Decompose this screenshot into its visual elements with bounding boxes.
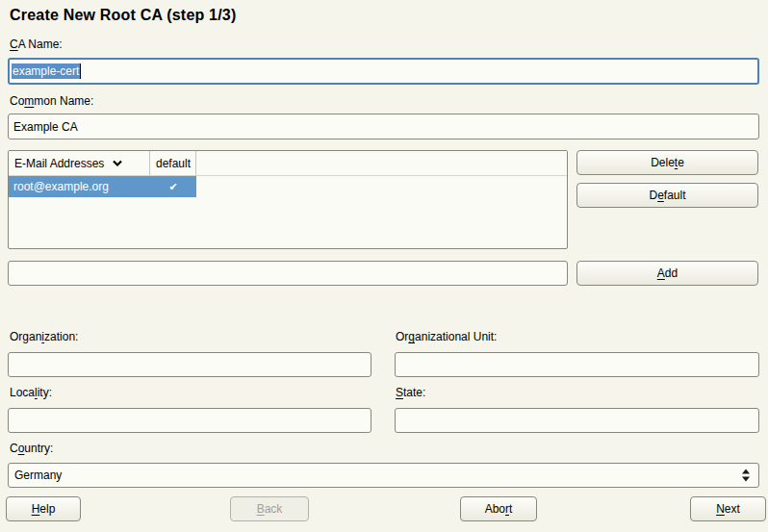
default-button[interactable]: Default xyxy=(576,183,758,208)
chevron-down-icon xyxy=(112,160,123,167)
default-column-header[interactable]: default xyxy=(150,151,196,175)
help-button[interactable]: Help xyxy=(6,496,81,521)
page-title: Create New Root CA (step 1/3) xyxy=(10,7,236,24)
back-button: Back xyxy=(230,496,309,521)
abort-button[interactable]: Abort xyxy=(460,496,537,521)
country-label: Country: xyxy=(10,442,53,455)
table-row-selected[interactable]: root@example.org ✔ xyxy=(9,176,196,197)
state-input[interactable] xyxy=(395,408,759,433)
next-button[interactable]: Next xyxy=(690,496,766,521)
common-name-input[interactable] xyxy=(8,114,759,139)
common-name-label: Common Name: xyxy=(10,94,93,108)
arrow-up-icon xyxy=(742,469,750,474)
locality-input[interactable] xyxy=(8,408,371,433)
locality-label: Locality: xyxy=(10,386,52,399)
ca-name-input[interactable]: example-cert xyxy=(8,58,759,85)
country-select-value: Germany xyxy=(14,469,62,482)
email-cell: root@example.org xyxy=(9,180,150,193)
organizational-unit-label: Organizational Unit: xyxy=(396,330,497,343)
ca-name-label: CA Name: xyxy=(10,38,63,51)
ca-name-selected-text: example-cert xyxy=(12,63,80,79)
create-root-ca-dialog: Create New Root CA (step 1/3) CA Name: e… xyxy=(0,0,768,532)
organization-label: Organization: xyxy=(10,330,78,343)
organizational-unit-input[interactable] xyxy=(395,352,759,377)
default-check-icon: ✔ xyxy=(150,181,196,193)
text-caret xyxy=(80,63,81,79)
new-email-input[interactable] xyxy=(8,261,568,286)
country-select[interactable]: Germany xyxy=(8,463,759,488)
add-button[interactable]: Add xyxy=(576,261,758,286)
organization-input[interactable] xyxy=(8,352,371,377)
arrow-down-icon xyxy=(742,477,750,482)
email-addresses-table[interactable]: E-Mail Addresses default root@example.or… xyxy=(8,150,568,249)
spinner-arrows-icon[interactable] xyxy=(742,469,750,482)
delete-button[interactable]: Delete xyxy=(576,150,758,175)
email-table-header: E-Mail Addresses default xyxy=(9,151,567,176)
state-label: State: xyxy=(396,386,425,399)
email-column-header[interactable]: E-Mail Addresses xyxy=(9,151,150,175)
